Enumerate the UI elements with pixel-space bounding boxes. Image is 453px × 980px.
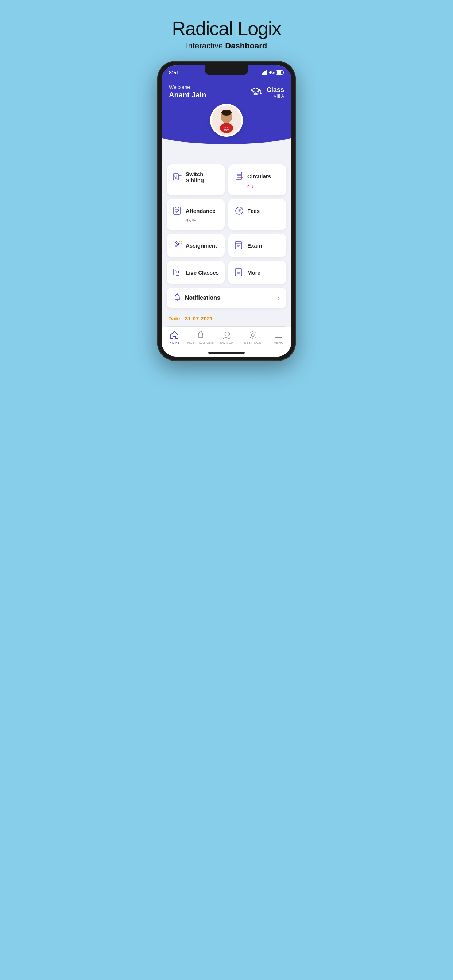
more-card[interactable]: More [228, 261, 286, 284]
welcome-text: Welcome [169, 84, 206, 90]
live-classes-card[interactable]: Live Classes [167, 261, 225, 284]
more-title: More [247, 269, 260, 275]
fees-icon-row: ₹ Fees [234, 205, 281, 216]
subtitle-bold: Dashboard [225, 41, 267, 50]
page-wrapper: Radical Logix Interactive Dashboard 8:51… [139, 7, 314, 375]
more-icon-row: More [234, 267, 281, 277]
content-area: IT'S ALL GOOD [161, 104, 292, 327]
exam-icon [234, 240, 244, 250]
attendance-subtitle: 85 % [186, 218, 219, 223]
menu-nav-icon [274, 330, 283, 340]
svg-point-48 [227, 332, 230, 336]
svg-rect-1 [263, 72, 264, 75]
page-title: Radical Logix [172, 18, 281, 39]
fees-card[interactable]: ₹ Fees [228, 199, 286, 230]
status-time: 8:51 [169, 70, 179, 75]
attendance-title: Attendance [186, 208, 215, 214]
circulars-icon [234, 171, 244, 181]
content-inner: Switch Sibling [167, 143, 286, 327]
welcome-section: Welcome Anant Jain [169, 84, 206, 99]
date-text: Date : 31-07-2021 [168, 315, 213, 321]
switch-sibling-icon-row: Switch Sibling [172, 171, 219, 183]
circulars-title: Circulars [247, 173, 271, 180]
chevron-right-icon: › [278, 294, 280, 302]
grid-row-2: Attendance 85 % ₹ Fees [167, 199, 286, 230]
bottom-nav: HOME NOTIFICATIONS SWITCH [161, 327, 292, 352]
exam-card[interactable]: Exam [228, 234, 286, 257]
signal-icon [262, 70, 267, 75]
svg-rect-37 [174, 269, 181, 275]
menu-nav-label: MENU [274, 341, 284, 345]
circulars-count: 4 ↓ [247, 183, 281, 189]
class-section: Class VIII A [248, 84, 284, 100]
svg-point-13 [222, 110, 231, 116]
svg-text:GOOD: GOOD [223, 129, 230, 131]
live-classes-title: Live Classes [186, 269, 219, 275]
student-name: Anant Jain [169, 91, 206, 99]
nav-menu[interactable]: MENU [266, 330, 292, 345]
svg-rect-6 [283, 72, 284, 74]
home-nav-label: HOME [169, 341, 179, 345]
grid-row-3: Assignment [167, 234, 286, 257]
class-label: Class [266, 86, 284, 94]
exam-icon-row: Exam [234, 240, 281, 250]
home-nav-icon [170, 330, 179, 340]
avatar: IT'S ALL GOOD [210, 104, 243, 137]
svg-point-49 [251, 334, 254, 337]
svg-point-9 [260, 92, 262, 94]
date-row: Date : 31-07-2021 [167, 312, 286, 327]
phone-frame: 8:51 4G [157, 61, 296, 361]
svg-rect-0 [262, 73, 263, 75]
more-icon [234, 267, 244, 277]
live-classes-icon [172, 267, 183, 277]
svg-rect-2 [265, 71, 266, 75]
notif-nav-label: NOTIFICATIONS [187, 341, 214, 345]
avatar-image: IT'S ALL GOOD [212, 105, 241, 135]
attendance-card[interactable]: Attendance 85 % [167, 199, 225, 230]
live-classes-icon-row: Live Classes [172, 267, 219, 277]
page-subtitle: Interactive Dashboard [186, 41, 267, 51]
svg-point-40 [177, 271, 179, 273]
svg-point-47 [224, 332, 227, 336]
nav-settings[interactable]: SETTINGS [239, 330, 266, 345]
fees-title: Fees [247, 208, 260, 214]
switch-sibling-card[interactable]: Switch Sibling [167, 164, 225, 196]
nav-switch[interactable]: SWITCH [214, 330, 240, 345]
settings-nav-label: SETTINGS [244, 341, 261, 345]
battery-icon [276, 70, 284, 75]
switch-nav-icon [222, 330, 231, 340]
circulars-icon-row: Circulars [234, 171, 281, 181]
assignment-card[interactable]: Assignment [167, 234, 225, 257]
home-bar [208, 352, 245, 354]
svg-point-17 [175, 175, 177, 177]
settings-nav-icon [248, 330, 257, 340]
grid-row-1: Switch Sibling [167, 164, 286, 196]
home-indicator [161, 352, 292, 356]
network-label: 4G [269, 70, 274, 75]
attendance-icon-row: Attendance [172, 205, 219, 216]
nav-home[interactable]: HOME [161, 330, 187, 345]
attendance-icon [172, 205, 183, 216]
graduation-icon [248, 84, 264, 100]
class-value: VIII A [266, 94, 284, 99]
notif-left: Notifications [173, 293, 220, 302]
circulars-card[interactable]: Circulars 4 ↓ [228, 164, 286, 196]
svg-point-31 [179, 241, 182, 244]
status-icons: 4G [262, 70, 284, 75]
fees-icon: ₹ [234, 205, 244, 216]
svg-rect-22 [174, 207, 180, 215]
switch-sibling-title: Switch Sibling [186, 171, 219, 183]
bell-icon [173, 293, 181, 302]
assignment-icon-row: Assignment [172, 240, 219, 250]
exam-title: Exam [247, 242, 262, 249]
nav-notifications[interactable]: NOTIFICATIONS [187, 330, 214, 345]
notifications-row[interactable]: Notifications › [167, 288, 286, 308]
grid-row-4: Live Classes More [167, 261, 286, 284]
svg-text:IT'S ALL: IT'S ALL [223, 127, 230, 129]
assignment-title: Assignment [186, 242, 217, 249]
assignment-icon [172, 240, 183, 250]
switch-sibling-icon [172, 172, 183, 182]
notif-nav-icon [196, 330, 205, 340]
notch [205, 65, 248, 75]
svg-rect-3 [266, 70, 267, 75]
